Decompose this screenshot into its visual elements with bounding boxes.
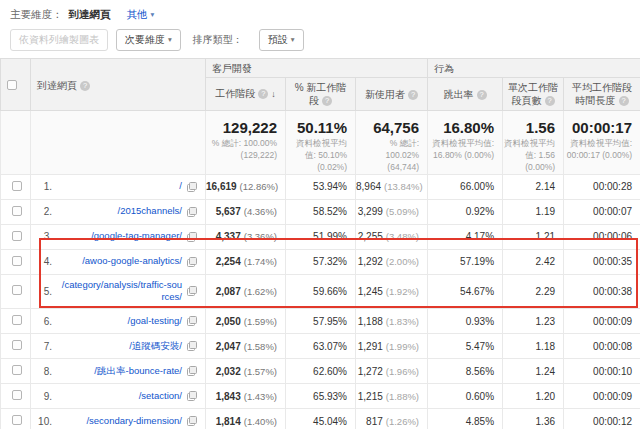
row-number: 7. [31,341,59,352]
table-row-highlighted: 5./category/analysis/traffic-sources/ 2,… [1,274,640,309]
primary-dimension-bar: 主要維度：到達網頁其他▾ [0,0,640,22]
row-checkbox[interactable] [12,415,22,425]
group-header-acquisition: 客戶開發 [206,59,428,78]
table-row: 9./setaction/ 1,843(1.43%) 65.93% 1,215(… [1,384,640,409]
chevron-down-icon: ▾ [168,35,172,44]
analytics-report: 主要維度：到達網頁其他▾ 依資料列繪製圖表 次要維度▾ 排序類型： 預設▾ 到達… [0,0,640,429]
page-link[interactable]: / [59,180,182,193]
primary-dimension-value: 到達網頁 [69,8,111,20]
table-row-highlighted: 4./awoo-google-analytics/ 2,254(1.74%) 5… [1,249,640,274]
other-dimension-dropdown[interactable]: 其他▾ [127,8,155,20]
column-header-new-users[interactable]: 新使用者? [356,78,428,111]
help-icon[interactable]: ? [258,89,268,99]
open-page-icon[interactable] [184,182,197,192]
table-row: 7./追蹤碼安裝/ 2,047(1.58%) 63.07% 1,291(1.99… [1,334,640,359]
summary-sessions: 129,222% 總計: 100.00% (129,222) [206,111,286,175]
sort-type-button[interactable]: 預設▾ [259,29,304,51]
page-link[interactable]: /2015channels/ [59,205,182,218]
row-checkbox[interactable] [12,390,22,400]
help-icon[interactable]: ? [322,96,332,106]
open-page-icon[interactable] [184,341,197,351]
open-page-icon[interactable] [184,286,197,296]
page-link[interactable]: /goal-testing/ [59,315,182,328]
page-link[interactable]: /google-tag-manager/ [59,230,182,243]
row-number: 4. [31,256,59,267]
help-icon[interactable]: ? [545,96,555,106]
table-row: 10./secondary-dimension/ 1,814(1.40%) 45… [1,409,640,429]
chevron-down-icon: ▾ [151,10,155,19]
column-header-new-sessions-pct[interactable]: % 新工作階段? [286,78,356,111]
table-row: 2./2015channels/ 5,637(4.36%) 58.52% 3,2… [1,199,640,224]
table-toolbar: 依資料列繪製圖表 次要維度▾ 排序類型： 預設▾ [0,22,640,58]
row-checkbox[interactable] [12,365,22,375]
summary-pages-per-session: 1.56資料檢視平均值: 1.56 (0.00%) [503,111,564,175]
summary-new-sessions-pct: 50.11%資料檢視平均值: 50.10% (0.02%) [286,111,356,175]
row-number: 1. [31,181,59,192]
open-page-icon[interactable] [184,366,197,376]
row-checkbox[interactable] [12,285,22,295]
help-icon[interactable]: ? [477,90,487,100]
row-number: 3. [31,231,59,242]
table-row: 3./google-tag-manager/ 4,337(3.36%) 51.9… [1,224,640,249]
page-link[interactable]: /category/analysis/traffic-sources/ [59,279,182,305]
chevron-down-icon: ▾ [291,35,295,44]
page-link[interactable]: /secondary-dimension/ [59,415,182,428]
help-icon[interactable]: ? [80,81,90,91]
sort-type-label: 排序類型： [193,33,243,47]
page-link[interactable]: /setaction/ [59,390,182,403]
column-header-avg-duration[interactable]: 平均工作階段時間長度? [564,78,640,111]
row-number: 9. [31,391,59,402]
row-number: 2. [31,206,59,217]
row-checkbox[interactable] [12,340,22,350]
summary-new-users: 64,756% 總計: 100.02% (64,744) [356,111,428,175]
row-checkbox[interactable] [12,315,22,325]
open-page-icon[interactable] [184,232,197,242]
row-number: 8. [31,366,59,377]
primary-dimension-label: 主要維度： [10,8,63,20]
select-all-checkbox[interactable] [7,80,17,90]
row-checkbox[interactable] [12,231,22,241]
plot-rows-button[interactable]: 依資料列繪製圖表 [10,29,108,51]
page-link[interactable]: /追蹤碼安裝/ [59,340,182,353]
table-row: 6./goal-testing/ 2,050(1.59%) 57.95% 1,1… [1,309,640,334]
landing-pages-table: 到達網頁? 客戶開發 行為 工作階段?↓ % 新工作階段? 新使用者? 跳出率?… [0,58,640,429]
select-all-cell [1,59,31,111]
help-icon[interactable]: ? [619,96,629,106]
open-page-icon[interactable] [184,391,197,401]
summary-row: 129,222% 總計: 100.00% (129,222) 50.11%資料檢… [1,111,640,175]
table-row: 8./跳出率-bounce-rate/ 2,032(1.57%) 62.60% … [1,359,640,384]
table-row: 1./ 16,619(12.86%) 53.94% 8,964(13.84%) … [1,174,640,199]
open-page-icon[interactable] [184,207,197,217]
row-number: 5. [31,286,59,297]
page-link[interactable]: /awoo-google-analytics/ [59,255,182,268]
column-header-bounce-rate[interactable]: 跳出率? [428,78,503,111]
help-icon[interactable]: ? [408,90,418,100]
column-header-pages-per-session[interactable]: 單次工作階段頁數? [503,78,564,111]
summary-bounce-rate: 16.80%資料檢視平均值: 16.80% (0.00%) [428,111,503,175]
row-number: 6. [31,316,59,327]
row-number: 10. [31,416,59,427]
secondary-dimension-button[interactable]: 次要維度▾ [116,29,181,51]
column-header-sessions[interactable]: 工作階段?↓ [206,78,286,111]
page-link[interactable]: /跳出率-bounce-rate/ [59,365,182,378]
group-header-behavior: 行為 [428,59,640,78]
open-page-icon[interactable] [184,316,197,326]
sort-desc-icon: ↓ [271,89,276,99]
open-page-icon[interactable] [184,257,197,267]
open-page-icon[interactable] [184,416,197,426]
row-checkbox[interactable] [12,181,22,191]
group-header-row: 到達網頁? 客戶開發 行為 [1,59,640,78]
summary-avg-duration: 00:00:17資料檢視平均值: 00:00:17 (0.00%) [564,111,640,175]
row-checkbox[interactable] [12,256,22,266]
row-checkbox[interactable] [12,206,22,216]
column-header-landing-page[interactable]: 到達網頁? [31,59,206,111]
